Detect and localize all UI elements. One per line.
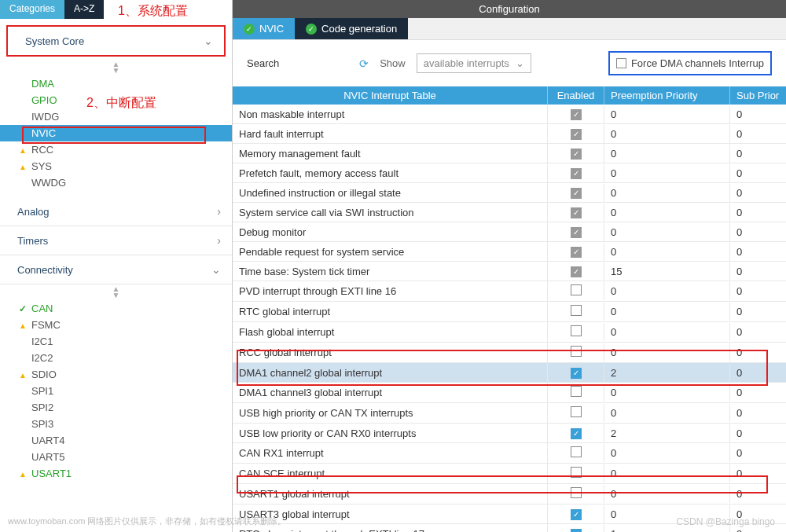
sidebar-item-nvic[interactable]: NVIC — [0, 125, 232, 141]
cell-preemption[interactable]: 0 — [604, 243, 729, 261]
table-row[interactable]: RCC global interrupt00 — [233, 343, 786, 363]
cell-sub[interactable]: 0 — [729, 282, 786, 300]
table-row[interactable]: Debug monitor00 — [233, 222, 786, 242]
table-row[interactable]: USB high priority or CAN TX interrupts00 — [233, 403, 786, 424]
cell-enabled[interactable] — [547, 105, 604, 123]
table-row[interactable]: Memory management fault00 — [233, 144, 786, 163]
table-row[interactable]: DMA1 channel2 global interrupt20 — [233, 363, 786, 383]
cell-enabled[interactable] — [547, 144, 604, 163]
cell-preemption[interactable]: 0 — [604, 444, 729, 462]
cell-preemption[interactable]: 15 — [604, 262, 729, 281]
table-row[interactable]: Undefined instruction or illegal state00 — [233, 183, 786, 203]
sidebar-item-sys[interactable]: SYS — [0, 158, 232, 174]
table-row[interactable]: Time base: System tick timer150 — [233, 262, 786, 281]
cell-preemption[interactable]: 0 — [604, 343, 729, 361]
sidebar-item-spi1[interactable]: SPI1 — [0, 383, 232, 399]
table-row[interactable]: Flash global interrupt00 — [233, 322, 786, 343]
table-row[interactable]: DMA1 channel3 global interrupt00 — [233, 383, 786, 403]
sidebar-item-usart1[interactable]: USART1 — [0, 465, 232, 482]
cell-sub[interactable]: 0 — [729, 464, 786, 482]
cell-enabled[interactable] — [547, 302, 604, 321]
cell-preemption[interactable]: 0 — [604, 323, 729, 341]
cell-preemption[interactable]: 0 — [604, 383, 729, 402]
table-row[interactable]: USART1 global interrupt00 — [233, 484, 786, 504]
tab-categories[interactable]: Categories — [0, 0, 64, 19]
tab-nvic[interactable]: ✓ NVIC — [233, 18, 295, 39]
cell-enabled[interactable] — [547, 443, 604, 463]
cell-enabled[interactable] — [547, 383, 604, 402]
cell-preemption[interactable]: 0 — [604, 125, 729, 143]
cell-sub[interactable]: 0 — [729, 223, 786, 241]
sidebar-item-sdio[interactable]: SDIO — [0, 366, 232, 383]
cell-sub[interactable]: 0 — [729, 424, 786, 442]
cell-sub[interactable]: 0 — [729, 323, 786, 341]
cell-enabled[interactable] — [547, 343, 604, 362]
cell-sub[interactable]: 0 — [729, 404, 786, 422]
sidebar-item-iwdg[interactable]: IWDG — [0, 108, 232, 125]
table-row[interactable]: CAN RX1 interrupt00 — [233, 443, 786, 464]
sidebar-item-spi3[interactable]: SPI3 — [0, 416, 232, 432]
table-row[interactable]: PVD interrupt through EXTI line 1600 — [233, 281, 786, 302]
cell-preemption[interactable]: 0 — [604, 282, 729, 300]
cell-sub[interactable]: 0 — [729, 364, 786, 382]
cell-enabled[interactable] — [547, 262, 604, 281]
sidebar-item-i2c1[interactable]: I2C1 — [0, 333, 232, 350]
cell-preemption[interactable]: 0 — [604, 404, 729, 422]
cell-sub[interactable]: 0 — [729, 243, 786, 261]
cell-sub[interactable]: 0 — [729, 262, 786, 281]
cell-preemption[interactable]: 0 — [604, 223, 729, 241]
cell-enabled[interactable] — [547, 322, 604, 342]
cell-preemption[interactable]: 0 — [604, 464, 729, 482]
cell-preemption[interactable]: 0 — [604, 164, 729, 182]
cell-enabled[interactable] — [547, 222, 604, 241]
cell-preemption[interactable]: 0 — [604, 145, 729, 163]
cell-sub[interactable]: 0 — [729, 105, 786, 123]
table-row[interactable]: Prefetch fault, memory access fault00 — [233, 163, 786, 183]
group-system-core[interactable]: System Core ⌄ — [8, 27, 224, 55]
sidebar-item-can[interactable]: CAN — [0, 300, 232, 317]
cell-enabled[interactable] — [547, 363, 604, 382]
cell-enabled[interactable] — [547, 183, 604, 202]
search-refresh-icon[interactable]: ⟳ — [290, 57, 369, 70]
sidebar-item-fsmc[interactable]: FSMC — [0, 317, 232, 333]
sidebar-item-dma[interactable]: DMA — [0, 75, 232, 92]
sidebar-item-uart5[interactable]: UART5 — [0, 449, 232, 465]
cell-enabled[interactable] — [547, 484, 604, 504]
cell-sub[interactable]: 0 — [729, 204, 786, 222]
cell-preemption[interactable]: 0 — [604, 105, 729, 123]
show-select[interactable]: available interrupts ⌄ — [417, 53, 531, 73]
cell-preemption[interactable]: 2 — [604, 364, 729, 382]
cell-sub[interactable]: 0 — [729, 145, 786, 163]
sidebar-item-i2c2[interactable]: I2C2 — [0, 350, 232, 366]
sidebar-item-rcc[interactable]: RCC — [0, 141, 232, 158]
cell-sub[interactable]: 0 — [729, 184, 786, 202]
group-connectivity[interactable]: Connectivity ⌄ — [0, 255, 232, 284]
cell-enabled[interactable] — [547, 281, 604, 301]
cell-sub[interactable]: 0 — [729, 125, 786, 143]
table-row[interactable]: Pendable request for system service00 — [233, 242, 786, 262]
table-row[interactable]: RTC global interrupt00 — [233, 302, 786, 322]
cell-preemption[interactable]: 2 — [604, 424, 729, 442]
cell-enabled[interactable] — [547, 403, 604, 423]
tab-a-z[interactable]: A->Z — [64, 0, 104, 19]
cell-preemption[interactable]: 0 — [604, 204, 729, 222]
tab-code-generation[interactable]: ✓ Code generation — [295, 18, 408, 39]
cell-sub[interactable]: 0 — [729, 444, 786, 462]
cell-preemption[interactable]: 0 — [604, 303, 729, 321]
cell-preemption[interactable]: 0 — [604, 485, 729, 503]
table-row[interactable]: Non maskable interrupt00 — [233, 105, 786, 124]
cell-sub[interactable]: 0 — [729, 343, 786, 361]
cell-enabled[interactable] — [547, 163, 604, 182]
cell-enabled[interactable] — [547, 464, 604, 483]
cell-enabled[interactable] — [547, 203, 604, 222]
table-row[interactable]: CAN SCE interrupt00 — [233, 464, 786, 484]
group-analog[interactable]: Analog › — [0, 197, 232, 226]
cell-enabled[interactable] — [547, 242, 604, 261]
sort-icon[interactable]: ▲▼ — [0, 284, 232, 300]
sidebar-item-spi2[interactable]: SPI2 — [0, 399, 232, 416]
sidebar-item-gpio[interactable]: GPIO — [0, 92, 232, 108]
cell-sub[interactable]: 0 — [729, 383, 786, 402]
table-row[interactable]: System service call via SWI instruction0… — [233, 203, 786, 222]
cell-enabled[interactable] — [547, 524, 604, 532]
table-row[interactable]: USB low priority or CAN RX0 interrupts20 — [233, 424, 786, 443]
